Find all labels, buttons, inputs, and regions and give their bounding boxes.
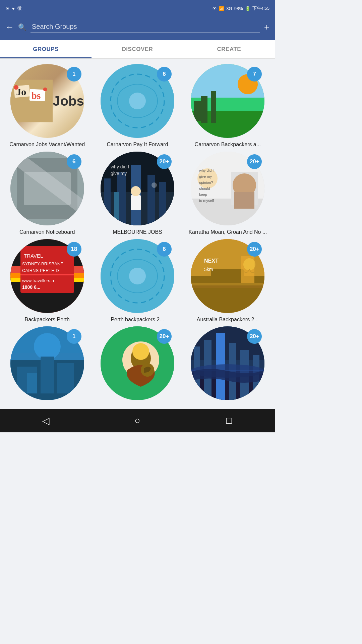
status-left-icons: ☀ ♥ 微 [5, 5, 22, 11]
group-image-wrapper: why did I give my opinion? should keep t… [191, 152, 264, 225]
header: ← 🔍 + [0, 17, 275, 40]
back-button[interactable]: ← [5, 22, 14, 32]
group-image-wrapper: 7 [191, 64, 264, 138]
group-image-wrapper: 6 [10, 152, 84, 225]
group-item[interactable]: NEXT 5km 20+Australia Backpackers 2... [184, 239, 272, 323]
notification-badge: 1 [67, 67, 81, 82]
svg-rect-16 [211, 91, 216, 123]
svg-text:TRAVEL: TRAVEL [24, 253, 43, 259]
group-image-wrapper: TRAVEL SYDNEY·BRISBANE CAIRNS·PERTH·D ww… [10, 239, 84, 313]
sun-icon: ☀ [5, 6, 9, 11]
svg-text:keep: keep [199, 193, 207, 197]
wechat-icon: 微 [17, 5, 22, 11]
svg-rect-26 [159, 182, 166, 225]
svg-rect-29 [131, 195, 141, 210]
group-name-label: Australia Backpackers 2... [195, 316, 260, 323]
group-item[interactable]: 20+ [184, 326, 272, 404]
svg-point-6 [43, 88, 47, 92]
groups-grid: Jo bs 1Carnarvon Jobs Vacant/Wanted 6Car… [0, 59, 275, 409]
svg-rect-44 [234, 192, 254, 209]
svg-rect-73 [57, 363, 74, 393]
svg-text:1800 6...: 1800 6... [22, 284, 41, 290]
svg-point-5 [14, 85, 18, 90]
group-image-wrapper: 20+ [191, 326, 264, 400]
group-item[interactable]: TRAVEL SYDNEY·BRISBANE CAIRNS·PERTH·D ww… [3, 239, 91, 323]
svg-rect-19 [24, 172, 71, 205]
group-item[interactable]: 6Perth backpackers 2... [94, 239, 181, 323]
svg-text:NEXT: NEXT [204, 258, 219, 264]
svg-point-58 [129, 268, 146, 284]
group-name-label: Karratha Moan, Groan And No ... [187, 229, 268, 236]
group-item[interactable]: why did I give my opinion? should keep t… [184, 152, 272, 236]
tab-create[interactable]: CREATE [183, 40, 275, 58]
heart-icon: ♥ [12, 6, 15, 11]
add-group-button[interactable]: + [264, 22, 269, 33]
svg-text:bs: bs [31, 90, 41, 101]
group-item[interactable]: Jo bs 1Carnarvon Jobs Vacant/Wanted [3, 64, 91, 148]
bottom-nav: ◁ ○ □ [0, 409, 275, 432]
svg-text:should: should [199, 186, 210, 191]
group-image-wrapper: 6 [101, 239, 174, 313]
group-item[interactable]: 6Carnarvon Noticeboard [3, 152, 91, 236]
tab-groups[interactable]: GROUPS [0, 40, 92, 58]
group-image-wrapper: 20+ [101, 326, 174, 400]
time-text: 下午4:55 [252, 5, 269, 11]
group-name-label: Perth backpackers 2... [109, 316, 165, 323]
status-right-info: 👁 📶 3G 98% 🔋 下午4:55 [213, 5, 269, 11]
group-name-label: MELBOURNE JOBS [111, 229, 164, 236]
status-bar: ☀ ♥ 微 👁 📶 3G 98% 🔋 下午4:55 [0, 0, 275, 17]
svg-rect-65 [191, 283, 264, 285]
notification-badge: 18 [67, 242, 81, 257]
notification-badge: 20+ [247, 329, 262, 344]
svg-point-64 [243, 258, 255, 270]
home-nav-button[interactable]: ○ [127, 411, 147, 431]
svg-text:to myself: to myself [199, 199, 214, 203]
notification-badge: 20+ [157, 329, 172, 344]
svg-text:CAIRNS·PERTH·D: CAIRNS·PERTH·D [22, 268, 59, 273]
svg-rect-74 [27, 373, 37, 393]
svg-text:www.travellers-a: www.travellers-a [22, 278, 54, 283]
svg-rect-22 [104, 178, 111, 225]
battery-text: 98% [234, 6, 243, 11]
svg-rect-15 [201, 96, 207, 123]
notification-badge: 6 [67, 154, 81, 169]
group-image-wrapper: Jo bs 1 [10, 64, 84, 138]
svg-text:opinion?: opinion? [199, 180, 213, 184]
group-image-wrapper: NEXT 5km 20+ [191, 239, 264, 313]
svg-point-70 [34, 333, 61, 360]
svg-text:why did I: why did I [199, 168, 214, 172]
group-item[interactable]: 7Carnarvon Backpackers a... [184, 64, 272, 148]
group-item[interactable]: 6Carnarvon Pay It Forward [94, 64, 181, 148]
group-image-wrapper: 6 [101, 64, 174, 138]
svg-point-30 [131, 186, 141, 196]
notification-badge: 20+ [247, 154, 262, 169]
tabs-bar: GROUPS DISCOVER CREATE [0, 40, 275, 59]
back-nav-button[interactable]: ◁ [36, 411, 56, 431]
group-name-label: Carnarvon Jobs Vacant/Wanted [8, 141, 86, 148]
svg-rect-72 [41, 357, 54, 393]
group-item[interactable]: 1 [3, 326, 91, 404]
network-icon: 3G [226, 6, 232, 11]
group-item[interactable]: 20+ [94, 326, 181, 404]
battery-icon: 🔋 [245, 6, 250, 11]
group-image-wrapper: why did I give my 20+ [101, 152, 174, 225]
notification-badge: 6 [157, 242, 172, 257]
svg-text:SYDNEY·BRISBANE: SYDNEY·BRISBANE [22, 261, 63, 266]
group-item[interactable]: why did I give my 20+MELBOURNE JOBS [94, 152, 181, 236]
svg-text:give my: give my [199, 174, 212, 178]
search-icon: 🔍 [18, 23, 26, 31]
svg-point-28 [152, 182, 157, 188]
notification-badge: 6 [157, 67, 172, 82]
recent-nav-button[interactable]: □ [219, 411, 239, 431]
svg-point-9 [129, 93, 146, 109]
svg-text:why did I: why did I [110, 164, 129, 169]
svg-rect-66 [191, 285, 264, 288]
svg-text:give my: give my [111, 171, 127, 176]
group-name-label: Carnarvon Noticeboard [18, 229, 76, 236]
search-input[interactable] [31, 21, 260, 33]
svg-rect-53 [20, 274, 74, 275]
notification-badge: 1 [67, 329, 81, 344]
notification-badge: 20+ [247, 242, 262, 257]
group-name-label: Carnarvon Pay It Forward [105, 141, 169, 148]
tab-discover[interactable]: DISCOVER [92, 40, 183, 58]
